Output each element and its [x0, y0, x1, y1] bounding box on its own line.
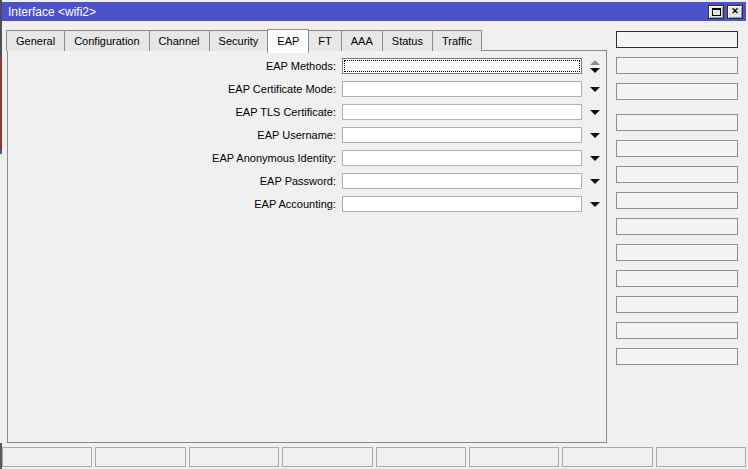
tab-label: Traffic — [442, 35, 472, 47]
tab-label: Security — [219, 35, 259, 47]
field-input-wrap — [342, 81, 582, 97]
tab-bar: General Configuration Channel Security E… — [6, 27, 481, 51]
status-bar — [2, 447, 746, 467]
tab-ft[interactable]: FT — [308, 30, 341, 51]
tab-security[interactable]: Security — [209, 30, 269, 51]
dropdown-arrow-icon[interactable] — [590, 202, 600, 207]
tab-label: EAP — [277, 35, 299, 47]
tab-label: Channel — [159, 35, 200, 47]
tab-label: General — [16, 35, 55, 47]
button-torch[interactable] — [616, 218, 738, 235]
tab-label: AAA — [351, 35, 373, 47]
button-disable[interactable] — [616, 114, 738, 131]
tab-label: Status — [392, 35, 423, 47]
button-remove[interactable] — [616, 192, 738, 209]
field-input[interactable] — [342, 196, 582, 212]
status-cell — [656, 447, 746, 467]
field-control-zone — [582, 87, 608, 92]
window-title: Interface <wifi2> — [8, 5, 705, 19]
field-input-wrap — [342, 127, 582, 143]
button-scan[interactable] — [616, 322, 738, 339]
field-input[interactable] — [342, 58, 582, 74]
tab-label: Configuration — [74, 35, 139, 47]
button-ok[interactable] — [616, 31, 738, 48]
status-cell — [189, 447, 279, 467]
maximize-icon — [712, 8, 721, 16]
button-comment[interactable] — [616, 140, 738, 157]
close-icon: ✕ — [731, 7, 739, 16]
field-input-wrap — [342, 58, 582, 74]
dropdown-arrow-icon[interactable] — [590, 110, 600, 115]
field-control-zone — [582, 202, 608, 207]
background-window-sliver — [0, 150, 2, 154]
tab-eap[interactable]: EAP — [267, 29, 309, 53]
dropdown-arrow-icon[interactable] — [590, 133, 600, 138]
field-control-zone — [582, 133, 608, 138]
tab-status[interactable]: Status — [382, 30, 433, 51]
field-control-zone — [582, 60, 608, 73]
field-input-wrap — [342, 104, 582, 120]
button-wps-client[interactable] — [616, 296, 738, 313]
button-freq-usage[interactable] — [616, 348, 738, 365]
status-cell — [2, 447, 92, 467]
field-input-wrap — [342, 150, 582, 166]
dropdown-arrow-icon[interactable] — [590, 156, 600, 161]
form-field-row: EAP Username: — [8, 127, 606, 143]
field-label: EAP Anonymous Identity: — [8, 152, 342, 164]
form-field-row: EAP TLS Certificate: — [8, 104, 606, 120]
status-cell — [282, 447, 372, 467]
form-field-row: EAP Password: — [8, 173, 606, 189]
button-reset-traffic-counters[interactable] — [616, 244, 738, 261]
tab-configuration[interactable]: Configuration — [64, 30, 149, 51]
field-input-wrap — [342, 196, 582, 212]
tab-traffic[interactable]: Traffic — [432, 30, 482, 51]
button-wps-accept[interactable] — [616, 270, 738, 287]
dropdown-arrow-icon[interactable] — [590, 179, 600, 184]
field-label: EAP Methods: — [8, 60, 342, 72]
field-label: EAP TLS Certificate: — [8, 106, 342, 118]
spin-up-icon[interactable] — [590, 60, 600, 65]
form-field-row: EAP Certificate Mode: — [8, 81, 606, 97]
field-label: EAP Username: — [8, 129, 342, 141]
field-input-wrap — [342, 173, 582, 189]
tab-aaa[interactable]: AAA — [341, 30, 383, 51]
status-cell — [376, 447, 466, 467]
button-copy[interactable] — [616, 166, 738, 183]
field-control-zone — [582, 110, 608, 115]
field-input[interactable] — [342, 81, 582, 97]
titlebar[interactable]: Interface <wifi2> ✕ — [2, 2, 746, 21]
status-cell — [562, 447, 652, 467]
tab-content-eap: EAP Methods: EAP Certificate Mode: — [7, 50, 607, 443]
spinner-control — [590, 60, 600, 73]
action-button-column — [616, 31, 738, 365]
tab-label: FT — [318, 35, 331, 47]
field-input[interactable] — [342, 104, 582, 120]
spin-down-icon[interactable] — [590, 68, 600, 73]
field-input[interactable] — [342, 127, 582, 143]
screen: Interface <wifi2> ✕ General Configuratio… — [0, 0, 748, 469]
form-field-row: EAP Anonymous Identity: — [8, 150, 606, 166]
status-cell — [469, 447, 559, 467]
tab-general[interactable]: General — [6, 30, 65, 51]
maximize-button[interactable] — [708, 5, 724, 19]
field-control-zone — [582, 156, 608, 161]
field-input[interactable] — [342, 150, 582, 166]
button-apply[interactable] — [616, 83, 738, 100]
field-label: EAP Certificate Mode: — [8, 83, 342, 95]
form-field-row: EAP Methods: — [8, 58, 606, 74]
button-cancel[interactable] — [616, 57, 738, 74]
field-label: EAP Password: — [8, 175, 342, 187]
tab-channel[interactable]: Channel — [149, 30, 210, 51]
dropdown-arrow-icon[interactable] — [590, 87, 600, 92]
close-button[interactable]: ✕ — [727, 5, 743, 19]
status-cell — [95, 447, 185, 467]
field-control-zone — [582, 179, 608, 184]
field-input[interactable] — [342, 173, 582, 189]
form-field-row: EAP Accounting: — [8, 196, 606, 212]
field-label: EAP Accounting: — [8, 198, 342, 210]
background-window-sliver — [0, 57, 2, 150]
